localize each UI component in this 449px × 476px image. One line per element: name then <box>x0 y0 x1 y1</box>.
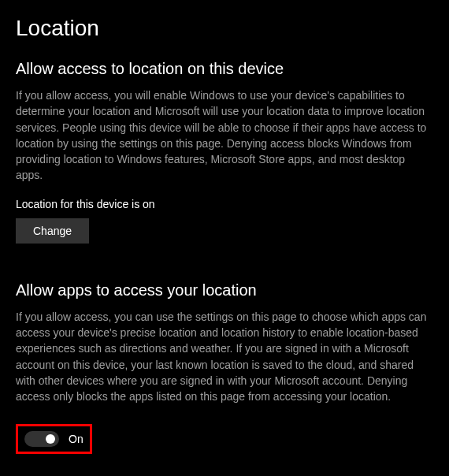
device-location-status: Location for this device is on <box>16 198 433 210</box>
apps-location-toggle[interactable] <box>24 431 59 447</box>
apps-location-heading: Allow apps to access your location <box>16 281 433 299</box>
change-button[interactable]: Change <box>16 218 89 244</box>
device-location-section: Allow access to location on this device … <box>16 60 433 281</box>
device-location-description: If you allow access, you will enable Win… <box>16 87 433 184</box>
apps-location-description: If you allow access, you can use the set… <box>16 309 433 405</box>
toggle-state-label: On <box>69 433 83 445</box>
page-title: Location <box>16 16 433 41</box>
toggle-knob-icon <box>46 434 55 444</box>
apps-location-section: Allow apps to access your location If yo… <box>16 281 433 454</box>
toggle-highlight-box: On <box>16 424 92 454</box>
device-location-heading: Allow access to location on this device <box>16 60 433 78</box>
